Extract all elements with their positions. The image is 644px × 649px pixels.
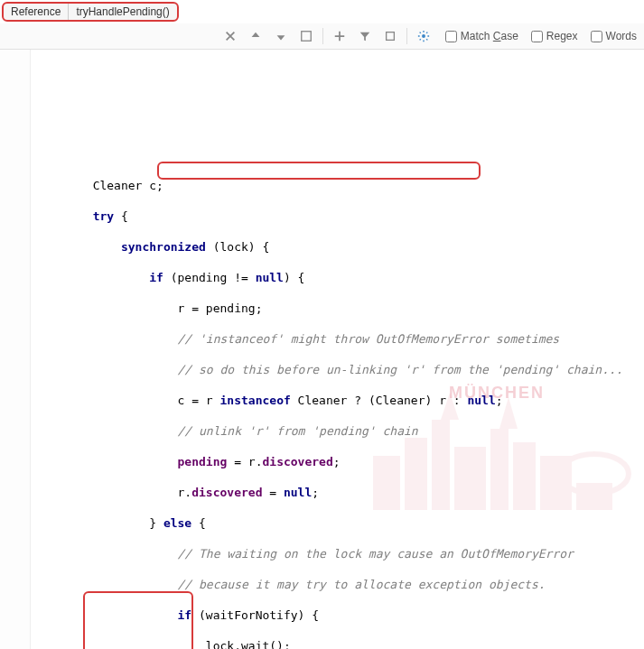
- search-toolbar: Match Case Regex Words: [0, 23, 644, 50]
- add-selection-icon[interactable]: [331, 27, 349, 45]
- breadcrumb[interactable]: Reference tryHandlePending(): [2, 2, 179, 22]
- close-icon[interactable]: [221, 27, 239, 45]
- filter-icon[interactable]: [356, 27, 374, 45]
- code-editor[interactable]: MÜNCHEN Cleaner c; try { synchronized (l…: [0, 50, 644, 649]
- words-checkbox[interactable]: Words: [591, 30, 637, 42]
- find-in-path-icon[interactable]: [381, 27, 399, 45]
- arrow-down-icon[interactable]: [272, 27, 290, 45]
- editor-gutter: [0, 50, 31, 649]
- select-all-icon[interactable]: [297, 27, 315, 45]
- breadcrumb-item-method[interactable]: tryHandlePending(): [69, 4, 176, 20]
- svg-rect-0: [302, 32, 312, 42]
- arrow-up-icon[interactable]: [247, 27, 265, 45]
- gear-icon[interactable]: [415, 27, 433, 45]
- match-case-checkbox[interactable]: Match Case: [445, 30, 518, 42]
- breadcrumb-item-class[interactable]: Reference: [4, 4, 69, 20]
- svg-rect-1: [386, 32, 394, 41]
- svg-point-2: [422, 34, 425, 38]
- code-lines: Cleaner c; try { synchronized (lock) { i…: [36, 162, 644, 649]
- regex-checkbox[interactable]: Regex: [531, 30, 578, 42]
